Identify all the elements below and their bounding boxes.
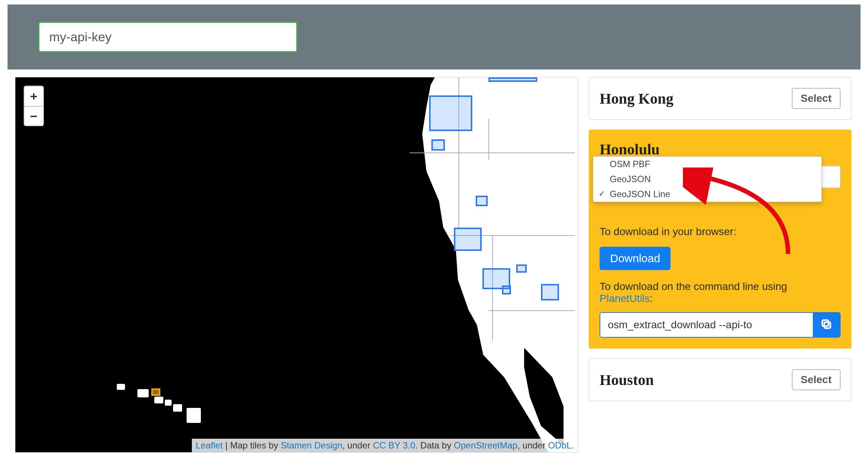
format-option-geojson-line[interactable]: GeoJSON Line	[593, 187, 821, 202]
zoom-out-button[interactable]: −	[24, 106, 43, 125]
extent-box[interactable]	[516, 264, 527, 273]
command-group	[600, 312, 841, 338]
select-button[interactable]: Select	[792, 369, 841, 390]
top-bar	[8, 5, 860, 69]
extent-box[interactable]	[541, 284, 559, 300]
city-card-houston: Houston Select	[589, 358, 851, 401]
extent-box[interactable]	[431, 139, 445, 151]
city-title: Honolulu	[600, 140, 841, 158]
format-option-geojson[interactable]: GeoJSON	[593, 172, 821, 187]
copy-button[interactable]	[813, 313, 840, 337]
extent-box[interactable]	[429, 95, 472, 131]
extent-box[interactable]	[476, 196, 488, 206]
format-option-osm-pbf[interactable]: OSM PBF	[593, 157, 821, 172]
city-title: Hong Kong	[600, 90, 674, 107]
svg-rect-0	[824, 322, 830, 328]
leaflet-link[interactable]: Leaflet	[196, 440, 223, 450]
download-button[interactable]: Download	[600, 247, 671, 270]
odbl-link[interactable]: ODbL	[548, 440, 572, 450]
map[interactable]: + − Leaflet | Map tiles by Stamen Design…	[15, 77, 578, 453]
command-input[interactable]	[600, 313, 813, 337]
select-button[interactable]: Select	[792, 88, 841, 109]
city-card-honolulu: Honolulu OSM PBF GeoJSON GeoJSON Line To…	[589, 130, 851, 349]
city-card-hong-kong: Hong Kong Select	[589, 77, 851, 120]
extent-box[interactable]	[454, 228, 482, 251]
extent-box-selected[interactable]	[151, 388, 160, 396]
api-key-input[interactable]	[38, 22, 297, 52]
planetutils-link[interactable]: PlanetUtils	[600, 293, 650, 304]
side-panel: Hong Kong Select Honolulu OSM PBF GeoJSO…	[578, 77, 853, 456]
cc-link[interactable]: CC BY 3.0	[373, 440, 415, 450]
cli-download-label: To download on the command line using Pl…	[600, 281, 841, 305]
copy-icon	[820, 318, 832, 332]
city-title: Houston	[600, 371, 654, 389]
format-dropdown: OSM PBF GeoJSON GeoJSON Line	[593, 156, 822, 202]
svg-rect-1	[822, 320, 828, 326]
stamen-link[interactable]: Stamen Design	[281, 440, 342, 450]
zoom-controls: + −	[24, 86, 44, 126]
osm-link[interactable]: OpenStreetMap	[454, 440, 517, 450]
zoom-in-button[interactable]: +	[24, 86, 43, 106]
extent-box[interactable]	[502, 285, 511, 294]
browser-download-label: To download in your browser:	[600, 226, 841, 238]
map-attribution: Leaflet | Map tiles by Stamen Design, un…	[192, 439, 578, 452]
extent-box[interactable]	[488, 77, 537, 82]
